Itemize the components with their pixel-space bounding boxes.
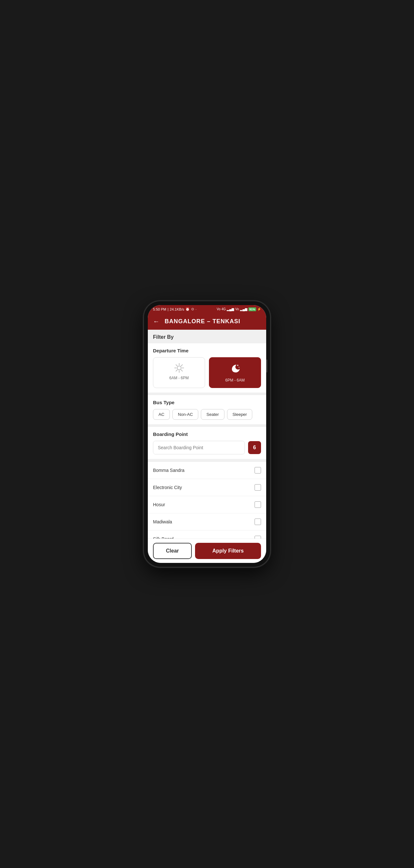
svg-line-6	[181, 370, 182, 371]
svg-line-7	[181, 365, 182, 366]
bus-type-ac[interactable]: AC	[153, 409, 170, 420]
side-button	[266, 360, 268, 372]
status-network-speed: 24.1KB/s	[170, 307, 184, 311]
boarding-search-input[interactable]	[153, 441, 244, 454]
content-area: Filter By Departure Time	[148, 330, 266, 538]
boarding-item-name: Hosur	[153, 502, 165, 507]
phone-frame: 5:50 PM | 24.1KB/s ⏰ ⊙ · Vo 4G ▂▄▆ Vo ▂▄…	[144, 301, 270, 567]
4g-icon: 4G	[221, 307, 226, 311]
day-time-card[interactable]: 6AM - 6PM	[153, 357, 205, 388]
status-right: Vo 4G ▂▄▆ Vo ▂▄▆ 91% ⚡	[217, 307, 261, 311]
status-time: 5:50 PM	[153, 307, 166, 311]
boarding-item-name: Madiwala	[153, 519, 172, 524]
boarding-item-checkbox-4[interactable]	[254, 536, 261, 538]
boarding-count-badge: 6	[248, 441, 261, 454]
volte2-icon: Vo	[235, 307, 239, 311]
svg-point-10	[238, 367, 239, 368]
time-cards-container: 6AM - 6PM 6PM - 6AM	[153, 357, 261, 388]
back-button[interactable]: ←	[153, 318, 160, 325]
boarding-item-hosur[interactable]: Hosur	[148, 496, 266, 513]
bus-type-section: Bus Type AC Non-AC Seater Sleeper	[148, 395, 266, 424]
boarding-item-madiwala[interactable]: Madiwala	[148, 513, 266, 530]
bus-type-seater[interactable]: Seater	[201, 409, 224, 420]
status-speed: |	[168, 307, 169, 311]
header: ← BANGALORE – TENKASI	[148, 313, 266, 330]
apply-filters-button[interactable]: Apply Filters	[195, 543, 261, 559]
boarding-item-checkbox-2[interactable]	[254, 501, 261, 508]
status-bar: 5:50 PM | 24.1KB/s ⏰ ⊙ · Vo 4G ▂▄▆ Vo ▂▄…	[148, 305, 266, 313]
dot-indicator: ·	[195, 307, 196, 311]
boarding-point-title: Boarding Point	[153, 431, 261, 437]
status-left: 5:50 PM | 24.1KB/s ⏰ ⊙ ·	[153, 307, 197, 311]
cast-icon: ⊙	[191, 307, 194, 311]
svg-line-8	[176, 370, 177, 371]
filter-by-header: Filter By	[148, 330, 266, 343]
search-row: 6	[153, 441, 261, 455]
svg-point-9	[237, 365, 238, 366]
page-title: BANGALORE – TENKASI	[165, 318, 240, 325]
boarding-item-checkbox-0[interactable]	[254, 467, 261, 473]
svg-point-0	[177, 366, 181, 370]
bus-type-sleeper[interactable]: Sleeper	[227, 409, 252, 420]
bolt-icon: ⚡	[257, 307, 261, 311]
departure-time-section: Departure Time	[148, 343, 266, 393]
boarding-item-name: Bomma Sandra	[153, 468, 184, 473]
battery-indicator: 91%	[248, 307, 256, 311]
signal-bars: ▂▄▆	[227, 307, 234, 311]
bus-types-container: AC Non-AC Seater Sleeper	[153, 409, 261, 420]
boarding-item-electronic-city[interactable]: Electronic City	[148, 479, 266, 496]
boarding-item-bomma-sandra[interactable]: Bomma Sandra	[148, 462, 266, 479]
sun-icon	[174, 363, 184, 373]
boarding-item-name: Silk Board	[153, 536, 174, 538]
boarding-list: Bomma Sandra Electronic City Hosur Madiw…	[148, 462, 266, 538]
night-time-card[interactable]: 6PM - 6AM	[209, 357, 261, 388]
bottom-bar: Clear Apply Filters	[148, 538, 266, 563]
clear-button[interactable]: Clear	[153, 543, 192, 559]
svg-line-5	[176, 365, 177, 366]
boarding-point-section: Boarding Point 6	[148, 427, 266, 459]
boarding-item-checkbox-1[interactable]	[254, 484, 261, 491]
bus-type-nonac[interactable]: Non-AC	[172, 409, 198, 420]
volte-icon: Vo	[217, 307, 220, 311]
signal-bars2: ▂▄▆	[240, 307, 247, 311]
search-input-wrapper	[153, 441, 245, 455]
boarding-item-checkbox-3[interactable]	[254, 519, 261, 525]
alarm-icon: ⏰	[185, 307, 190, 311]
boarding-item-silk-board[interactable]: Silk Board	[148, 530, 266, 538]
departure-time-title: Departure Time	[153, 348, 261, 353]
day-time-label: 6AM - 6PM	[169, 376, 188, 380]
boarding-item-name: Electronic City	[153, 485, 182, 490]
moon-icon	[230, 363, 240, 375]
night-time-label: 6PM - 6AM	[225, 378, 244, 382]
bus-type-title: Bus Type	[153, 400, 261, 405]
phone-screen: 5:50 PM | 24.1KB/s ⏰ ⊙ · Vo 4G ▂▄▆ Vo ▂▄…	[148, 305, 266, 563]
